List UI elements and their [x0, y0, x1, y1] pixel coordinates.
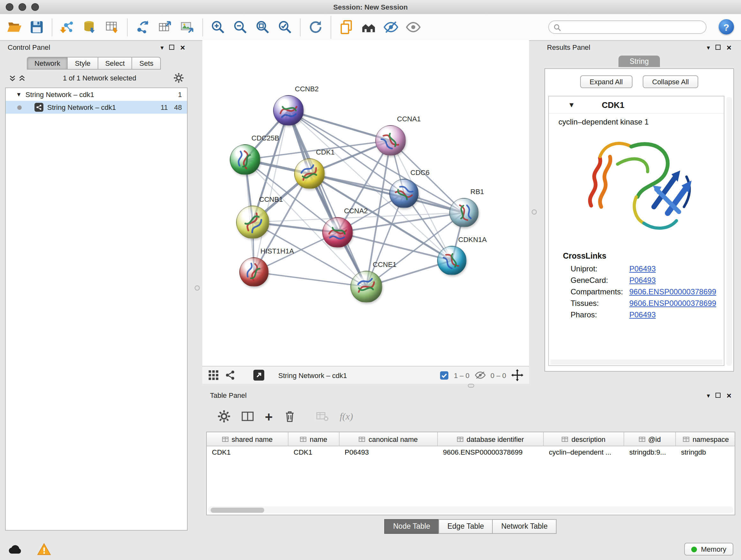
table-cell[interactable]: CDK1 [288, 446, 340, 458]
add-column-icon[interactable]: + [265, 410, 273, 423]
gear-icon[interactable] [174, 73, 184, 83]
search-input[interactable] [564, 23, 701, 32]
table-cell[interactable]: CDK1 [207, 446, 288, 458]
column-header[interactable]: database identifier [438, 432, 544, 446]
network-node-ccna1[interactable] [375, 125, 406, 156]
panel-menu-icon[interactable]: ▾ [707, 392, 710, 399]
help-button[interactable]: ? [719, 19, 734, 35]
network-collection-row[interactable]: ▼ String Network – cdk1 1 [6, 88, 187, 101]
warning-icon[interactable] [37, 543, 51, 556]
close-panel-icon[interactable]: × [727, 43, 731, 51]
column-header[interactable]: canonical name [340, 432, 438, 446]
vertical-scrollbar[interactable] [726, 97, 732, 366]
import-table-button[interactable] [102, 16, 123, 38]
network-node-cdk1[interactable] [294, 159, 325, 189]
network-row[interactable]: String Network – cdk1 11 48 [6, 101, 187, 114]
tab-edge-table[interactable]: Edge Table [439, 519, 493, 534]
zoom-out-button[interactable] [230, 16, 251, 38]
export-table-button[interactable] [154, 16, 176, 38]
function-builder-icon[interactable]: f(x) [340, 411, 353, 422]
pan-crosshair-icon[interactable] [511, 369, 523, 381]
float-panel-icon[interactable] [716, 45, 721, 50]
right-splitter-handle[interactable] [532, 209, 537, 214]
network-node-cdc25b[interactable] [230, 144, 260, 175]
hide-graphics-details-button[interactable] [381, 16, 401, 38]
import-network-database-button[interactable] [79, 16, 100, 38]
export-network-button[interactable] [132, 16, 153, 38]
selected-checkbox-icon[interactable] [440, 371, 449, 380]
tab-sets[interactable]: Sets [132, 57, 161, 70]
delete-column-icon[interactable] [284, 410, 296, 423]
zoom-selected-button[interactable] [274, 16, 295, 38]
zoom-fit-button[interactable] [252, 16, 273, 38]
crosslink-pharos-link[interactable]: P06493 [629, 310, 656, 319]
string-results-tab[interactable]: String [619, 56, 660, 67]
export-image-button[interactable] [177, 16, 198, 38]
table-cell[interactable]: stringdb:9... [624, 446, 676, 458]
expand-all-button[interactable]: Expand All [580, 75, 632, 88]
crosslink-tissues-link[interactable]: 9606.ENSP00000378699 [629, 299, 716, 308]
zoom-window-button[interactable] [31, 3, 39, 11]
hidden-eye-icon[interactable] [475, 371, 485, 379]
tab-style[interactable]: Style [68, 57, 98, 70]
minimize-window-button[interactable] [18, 3, 26, 11]
search-field[interactable] [548, 20, 706, 34]
share-network-icon[interactable] [225, 370, 235, 381]
documents-button[interactable] [336, 16, 357, 38]
network-edge[interactable] [288, 111, 366, 287]
tab-node-table[interactable]: Node Table [384, 519, 439, 534]
column-header[interactable]: @id [624, 432, 676, 446]
collapse-all-button[interactable]: Collapse All [643, 75, 698, 88]
table-cell[interactable]: 9606.ENSP00000378699 [438, 446, 544, 458]
column-header[interactable]: name [288, 432, 340, 446]
table-row[interactable]: CDK1CDK1P064939606.ENSP00000378699cyclin… [207, 446, 735, 458]
panel-menu-icon[interactable]: ▾ [707, 44, 710, 51]
panel-menu-icon[interactable]: ▾ [160, 44, 164, 51]
collapse-all-icon[interactable] [9, 74, 16, 81]
crosslink-genecard-link[interactable]: P06493 [629, 276, 656, 285]
network-node-cdkn1a[interactable] [437, 246, 467, 275]
table-cell[interactable]: stringdb [676, 446, 735, 458]
horizontal-scrollbar[interactable] [550, 360, 723, 365]
horizontal-splitter-handle[interactable] [468, 384, 474, 388]
float-panel-icon[interactable] [170, 45, 175, 50]
import-network-file-button[interactable] [57, 16, 78, 38]
column-header[interactable]: description [544, 432, 624, 446]
crosslink-compartments-link[interactable]: 9606.ENSP00000378699 [629, 287, 716, 296]
memory-indicator-button[interactable]: Memory [684, 543, 733, 556]
show-graphics-details-button[interactable] [403, 16, 424, 38]
birdseye-navigator-button[interactable] [358, 16, 379, 38]
collection-expander-icon[interactable]: ▼ [16, 91, 22, 98]
open-external-icon[interactable] [253, 369, 265, 381]
grid-view-icon[interactable] [208, 370, 219, 381]
network-canvas[interactable]: CCNB2CCNA1CDC25BCDK1CDC6RB1CCNB1CCNA2CDK… [202, 40, 529, 367]
network-edge[interactable] [310, 174, 464, 212]
open-session-button[interactable] [4, 16, 25, 38]
close-panel-icon[interactable]: × [180, 43, 185, 51]
tab-network-table[interactable]: Network Table [492, 519, 556, 534]
network-node-ccnb2[interactable] [273, 95, 304, 126]
cloud-icon[interactable] [8, 544, 23, 555]
table-cell[interactable]: P06493 [340, 446, 438, 458]
column-header[interactable]: shared name [207, 432, 288, 446]
expand-all-icon[interactable] [18, 74, 25, 81]
refresh-layout-button[interactable] [305, 16, 326, 38]
network-node-ccne1[interactable] [350, 271, 382, 303]
show-columns-icon[interactable] [241, 410, 254, 423]
save-session-button[interactable] [26, 16, 47, 38]
network-node-rb1[interactable] [449, 198, 479, 227]
left-splitter-handle[interactable] [195, 286, 200, 291]
tab-network[interactable]: Network [27, 57, 68, 70]
tab-select[interactable]: Select [98, 57, 132, 70]
table-horizontal-scrollbar[interactable] [208, 506, 733, 513]
table-cell[interactable]: cyclin–dependent ... [544, 446, 624, 458]
close-panel-icon[interactable]: × [727, 391, 731, 399]
crosslink-uniprot-link[interactable]: P06493 [629, 264, 656, 273]
close-window-button[interactable] [6, 3, 13, 11]
network-node-ccnb1[interactable] [236, 206, 269, 239]
collapse-section-icon[interactable]: ▼ [568, 101, 575, 109]
column-header[interactable]: namespace [676, 432, 735, 446]
table-gear-icon[interactable] [218, 410, 230, 423]
network-node-ccna2[interactable] [322, 217, 353, 248]
network-node-hist1h1a[interactable] [239, 257, 269, 287]
